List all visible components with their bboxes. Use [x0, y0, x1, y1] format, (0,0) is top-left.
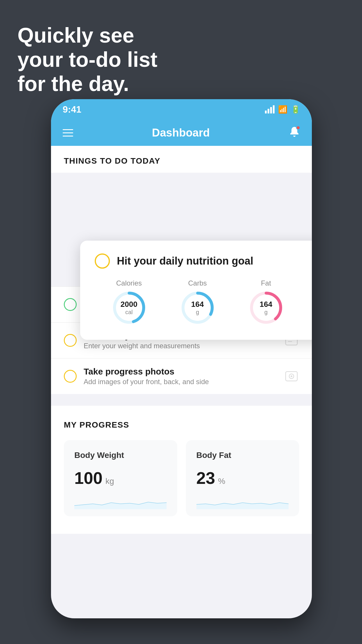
carbs-value: 164	[191, 300, 204, 309]
carbs-label: Carbs	[188, 279, 207, 287]
wifi-icon: 📶	[278, 105, 287, 114]
body-weight-sparkline	[74, 495, 167, 510]
nutrition-row: Calories 2000 cal Carbs	[95, 279, 312, 325]
hero-line2: your to-do list	[17, 48, 157, 72]
nutrition-fat: Fat 164 g	[249, 279, 284, 325]
hero-line1: Quickly see	[17, 23, 157, 48]
calories-ring: 2000 cal	[112, 290, 147, 325]
body-weight-value: 100	[74, 468, 103, 488]
carbs-unit: g	[191, 309, 204, 316]
body-fat-unit: %	[218, 477, 225, 486]
calories-unit: cal	[121, 309, 138, 316]
status-time: 9:41	[63, 104, 81, 115]
notification-dot	[296, 126, 300, 130]
content-area: THINGS TO DO TODAY	[51, 146, 312, 173]
body-fat-title: Body Fat	[196, 451, 289, 460]
status-icons: 📶 🔋	[265, 105, 300, 114]
progress-photos-title: Take progress photos	[84, 367, 277, 377]
status-bar: 9:41 📶 🔋	[51, 99, 312, 120]
calories-value: 2000	[121, 300, 138, 309]
progress-photos-subtitle: Add images of your front, back, and side	[84, 378, 277, 386]
nutrition-carbs: Carbs 164 g	[180, 279, 215, 325]
fat-ring: 164 g	[249, 290, 284, 325]
running-check-circle[interactable]	[64, 298, 77, 311]
body-fat-sparkline	[196, 495, 289, 510]
fat-unit: g	[260, 309, 272, 316]
phone-frame: 9:41 📶 🔋 Dashboard THINGS TO DO	[51, 99, 312, 618]
body-weight-value-row: 100 kg	[74, 468, 167, 488]
hamburger-menu[interactable]	[63, 129, 73, 136]
nutrition-card-title: Hit your daily nutrition goal	[117, 255, 253, 267]
carbs-ring: 164 g	[180, 290, 215, 325]
signal-icon	[265, 105, 275, 113]
progress-section-header: MY PROGRESS	[64, 420, 299, 430]
progress-cards-row: Body Weight 100 kg Body Fat 23 %	[64, 440, 299, 516]
battery-icon: 🔋	[291, 105, 300, 114]
hero-text: Quickly see your to-do list for the day.	[17, 23, 157, 96]
nutrition-card: Hit your daily nutrition goal Calories 2…	[80, 241, 312, 340]
nutrition-check-circle[interactable]	[95, 253, 110, 269]
progress-photos-check-circle[interactable]	[64, 370, 77, 383]
body-fat-value-row: 23 %	[196, 468, 289, 488]
svg-point-13	[291, 375, 292, 377]
calories-label: Calories	[116, 279, 142, 287]
body-fat-card[interactable]: Body Fat 23 %	[186, 440, 299, 516]
body-fat-value: 23	[196, 468, 215, 488]
body-weight-unit: kg	[106, 477, 114, 486]
body-weight-title: Body Weight	[74, 451, 167, 460]
body-stats-subtitle: Enter your weight and measurements	[84, 342, 277, 350]
body-weight-card[interactable]: Body Weight 100 kg	[64, 440, 177, 516]
photo-icon	[284, 369, 299, 384]
notification-bell[interactable]	[289, 126, 300, 140]
nutrition-calories: Calories 2000 cal	[112, 279, 147, 325]
things-to-do-header: THINGS TO DO TODAY	[51, 146, 312, 173]
hero-line3: for the day.	[17, 72, 157, 96]
progress-section: MY PROGRESS Body Weight 100 kg Body Fa	[51, 406, 312, 534]
todo-item-progress-photos[interactable]: Take progress photos Add images of your …	[51, 358, 312, 394]
body-stats-check-circle[interactable]	[64, 334, 77, 347]
fat-value: 164	[260, 300, 272, 309]
progress-photos-text-block: Take progress photos Add images of your …	[84, 367, 277, 386]
fat-label: Fat	[261, 279, 271, 287]
nav-bar: Dashboard	[51, 120, 312, 146]
nav-title: Dashboard	[152, 127, 210, 139]
